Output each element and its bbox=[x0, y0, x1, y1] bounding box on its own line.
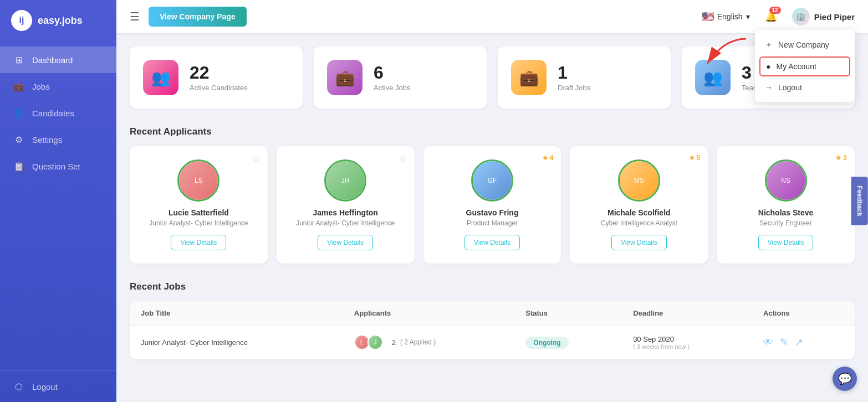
chat-icon: 💬 bbox=[838, 372, 852, 385]
stat-label: Active Candidates bbox=[190, 84, 248, 92]
star-icon: ★ bbox=[689, 154, 695, 162]
applicant-role: Cyber Intelligence Analyst bbox=[581, 219, 697, 227]
view-details-button[interactable]: View Details bbox=[464, 235, 520, 250]
language-selector[interactable]: 🇺🇸 English ▾ bbox=[702, 11, 750, 23]
rating-badge: ★3 bbox=[835, 154, 847, 162]
applicant-name: Gustavo Fring bbox=[435, 208, 550, 217]
avatar-placeholder: GF bbox=[473, 161, 512, 200]
view-details-button[interactable]: View Details bbox=[758, 235, 814, 250]
applicant-name: Nicholas Steve bbox=[728, 208, 844, 217]
avatar-0: LS bbox=[177, 159, 219, 202]
deadline-sub: ( 3 weeks from now ) bbox=[633, 343, 741, 350]
stat-card-candidates: 👥 22 Active Candidates bbox=[130, 47, 303, 109]
stat-card-active-jobs: 💼 6 Active Jobs bbox=[314, 47, 487, 109]
sidebar-item-label: Dashboard bbox=[32, 55, 73, 65]
view-details-button[interactable]: View Details bbox=[171, 235, 226, 250]
jobs-table: Job Title Applicants Status Deadline Act… bbox=[130, 301, 855, 359]
applicant-name: Michale Scolfield bbox=[581, 208, 697, 217]
view-company-button[interactable]: View Company Page bbox=[149, 7, 247, 27]
sidebar-item-question-set[interactable]: 📋 Question Set bbox=[0, 153, 116, 179]
team-members-stat-icon: 👥 bbox=[695, 60, 731, 95]
deadline-text: 30 Sep 2020 bbox=[633, 335, 741, 343]
jobs-table-container: Job Title Applicants Status Deadline Act… bbox=[130, 301, 855, 359]
sidebar-item-dashboard[interactable]: ⊞ Dashboard bbox=[0, 47, 116, 73]
mini-avatar: J bbox=[367, 334, 383, 350]
company-menu-button[interactable]: 🏢 Pied Piper bbox=[792, 8, 855, 25]
applicant-card-0: ☆ LS Lucie Satterfield Junior Analyst- C… bbox=[130, 146, 268, 264]
company-name: Pied Piper bbox=[814, 12, 855, 22]
account-dot-icon: ● bbox=[766, 62, 770, 71]
deadline-cell: 30 Sep 2020 ( 3 weeks from now ) bbox=[622, 326, 752, 359]
stat-info: 1 Draft Jobs bbox=[558, 64, 590, 92]
dropdown-my-account[interactable]: ● My Account bbox=[759, 56, 850, 76]
dropdown-item-label: New Company bbox=[778, 40, 829, 49]
applicant-role: Product Manager bbox=[435, 219, 550, 227]
view-action-icon[interactable]: 👁 bbox=[763, 337, 773, 348]
avatar-placeholder: NS bbox=[767, 161, 805, 200]
col-applicants: Applicants bbox=[343, 301, 514, 326]
draft-jobs-stat-icon: 💼 bbox=[511, 60, 547, 95]
col-status: Status bbox=[514, 301, 622, 326]
chat-button[interactable]: 💬 bbox=[833, 367, 857, 391]
flag-icon: 🇺🇸 bbox=[702, 11, 714, 23]
star-button[interactable]: ☆ bbox=[252, 154, 260, 164]
dropdown-item-label: Logout bbox=[778, 83, 802, 92]
stat-card-draft-jobs: 💼 1 Draft Jobs bbox=[498, 47, 671, 109]
job-title-cell: Junior Analyst- Cyber Intelligence bbox=[130, 326, 343, 359]
sidebar-item-jobs[interactable]: 💼 Jobs bbox=[0, 73, 116, 100]
table-row: Junior Analyst- Cyber Intelligence L J 2… bbox=[130, 326, 855, 359]
avatar-4: NS bbox=[765, 159, 807, 202]
main-content: ☰ View Company Page 🇺🇸 English ▾ 🔔 12 🏢 … bbox=[116, 0, 868, 402]
applicants-row: ☆ LS Lucie Satterfield Junior Analyst- C… bbox=[130, 146, 855, 264]
sidebar-item-candidates[interactable]: 👤 Candidates bbox=[0, 100, 116, 126]
view-details-button[interactable]: View Details bbox=[318, 235, 373, 250]
notification-button[interactable]: 🔔 12 bbox=[761, 7, 781, 27]
sidebar-item-label: Question Set bbox=[32, 162, 80, 171]
star-icon: ★ bbox=[542, 154, 548, 162]
star-button[interactable]: ☆ bbox=[399, 154, 407, 164]
app-logo: ij easy.jobs bbox=[0, 0, 116, 41]
applicant-avatars: L J bbox=[354, 334, 383, 350]
edit-action-icon[interactable]: ✎ bbox=[780, 336, 788, 348]
applicant-name: James Heffington bbox=[288, 208, 404, 217]
sidebar-logout[interactable]: ⬡ Logout bbox=[0, 370, 116, 402]
stat-number: 1 bbox=[558, 64, 590, 81]
col-actions: Actions bbox=[752, 301, 855, 326]
chevron-down-icon: ▾ bbox=[746, 12, 750, 21]
hamburger-icon[interactable]: ☰ bbox=[130, 10, 140, 23]
applicant-card-1: ☆ JH James Heffington Junior Analyst- Cy… bbox=[277, 146, 415, 264]
avatar-1: JH bbox=[324, 159, 366, 202]
status-badge: Ongoing bbox=[525, 337, 568, 349]
applicants-cell: L J 2 ( 2 Applied ) bbox=[343, 326, 514, 359]
dropdown-new-company[interactable]: ＋ New Company bbox=[755, 34, 855, 55]
logout-arrow-icon: → bbox=[765, 83, 773, 92]
sidebar-item-settings[interactable]: ⚙ Settings bbox=[0, 126, 116, 153]
dropdown-logout[interactable]: → Logout bbox=[755, 78, 855, 97]
logout-label: Logout bbox=[32, 382, 58, 391]
stat-number: 22 bbox=[190, 64, 248, 81]
account-dropdown: ＋ New Company ● My Account → Logout bbox=[755, 30, 855, 102]
share-action-icon[interactable]: ↗ bbox=[795, 336, 803, 348]
sidebar-item-label: Jobs bbox=[32, 82, 50, 91]
applicant-role: Security Engineer bbox=[728, 219, 844, 227]
applicant-card-2: ★4 GF Gustavo Fring Product Manager View… bbox=[423, 146, 561, 264]
applicants-section-title: Recent Applicants bbox=[130, 126, 855, 137]
view-details-button[interactable]: View Details bbox=[611, 235, 667, 250]
dashboard-icon: ⊞ bbox=[13, 54, 24, 65]
feedback-tab[interactable]: Feedback bbox=[851, 177, 867, 225]
candidates-icon: 👤 bbox=[13, 107, 24, 118]
applied-count: ( 2 Applied ) bbox=[400, 338, 436, 346]
applicant-role: Junior Analyst- Cyber Intelligence bbox=[288, 219, 404, 227]
actions-cell: 👁 ✎ ↗ bbox=[752, 326, 855, 359]
jobs-icon: 💼 bbox=[13, 81, 24, 92]
rating-badge: ★5 bbox=[689, 154, 701, 162]
notification-badge: 12 bbox=[769, 7, 781, 14]
dropdown-item-label: My Account bbox=[776, 62, 816, 71]
jobs-section-title: Recent Jobs bbox=[130, 281, 855, 292]
stat-number: 6 bbox=[374, 64, 410, 81]
topbar-left: ☰ View Company Page bbox=[130, 7, 247, 27]
sidebar-nav: ⊞ Dashboard 💼 Jobs 👤 Candidates ⚙ Settin… bbox=[0, 41, 116, 370]
app-name: easy.jobs bbox=[38, 15, 83, 27]
active-jobs-stat-icon: 💼 bbox=[327, 60, 362, 95]
settings-icon: ⚙ bbox=[13, 134, 24, 145]
